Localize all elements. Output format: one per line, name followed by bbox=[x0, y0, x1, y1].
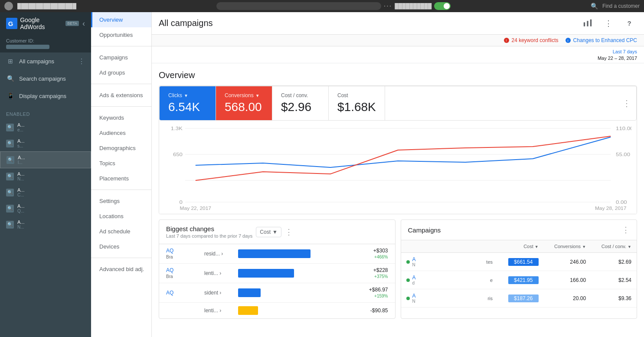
list-item[interactable]: 🔍 A... e... bbox=[0, 119, 91, 135]
campaign-sub: N... bbox=[17, 177, 85, 181]
list-item[interactable]: 🔍 A... Q... bbox=[0, 200, 91, 216]
chart-view-btn[interactable] bbox=[580, 16, 595, 31]
biggest-changes-header: Biggest changes Last 7 days compared to … bbox=[159, 220, 395, 244]
camp-label-cell: e bbox=[479, 271, 498, 289]
date-range-bar: Last 7 days May 22 – 28, 2017 bbox=[152, 46, 644, 63]
nav-item-audiences[interactable]: Audiences bbox=[91, 125, 151, 141]
campaign-icon: 🔍 bbox=[6, 221, 14, 229]
enhanced-cpc-notif[interactable]: i Changes to Enhanced CPC bbox=[566, 37, 637, 43]
nav-item-ad-schedule[interactable]: Ad schedule bbox=[91, 224, 151, 239]
change-name[interactable]: AQBra bbox=[166, 267, 201, 279]
campaign-sub: s... bbox=[17, 144, 85, 148]
os-toggle[interactable] bbox=[434, 2, 451, 10]
nav-item-advanced-bid[interactable]: Advanced bid adj. bbox=[91, 262, 151, 277]
nav-item-topics[interactable]: Topics bbox=[91, 156, 151, 171]
enabled-section-label: Enabled bbox=[0, 105, 91, 119]
stat-card-clicks[interactable]: Clicks ▼ 6.54K bbox=[160, 86, 216, 120]
adwords-logo-icon: G bbox=[6, 17, 17, 29]
stats-more-btn[interactable]: ⋮ bbox=[617, 86, 636, 120]
conversions-dropdown-icon[interactable]: ▼ bbox=[255, 93, 260, 98]
campaign-text: A... C... bbox=[17, 187, 85, 197]
camp-link[interactable]: A bbox=[412, 293, 416, 299]
help-btn[interactable]: ? bbox=[621, 16, 637, 31]
cost-conv-label: Cost / conv. bbox=[281, 92, 320, 98]
all-campaigns-more[interactable]: ⋮ bbox=[78, 57, 85, 65]
overview-title: Overview bbox=[159, 70, 637, 80]
search-icon[interactable]: 🔍 bbox=[591, 3, 598, 10]
campaign-list: 🔍 A... e... 🔍 A... s... 🔍 bbox=[0, 119, 91, 232]
keyword-conflicts-notif[interactable]: ! 24 keyword conflicts bbox=[504, 37, 559, 43]
list-item[interactable]: 🔍 A... N... bbox=[0, 168, 91, 184]
svg-text:55.00: 55.00 bbox=[616, 152, 630, 157]
more-options-btn[interactable]: ⋮ bbox=[601, 16, 616, 31]
sidebar-item-display-campaigns[interactable]: 📱 Display campaigns bbox=[0, 87, 91, 105]
nav-item-keywords[interactable]: Keywords bbox=[91, 110, 151, 125]
col-header-cost-conv[interactable]: Cost / conv. ▼ bbox=[591, 240, 637, 253]
cost-value: $1.68K bbox=[337, 100, 376, 114]
top-bar-actions: ⋮ ? bbox=[580, 16, 637, 31]
change-bar-container bbox=[238, 249, 350, 258]
all-campaigns-icon: ⊞ bbox=[6, 57, 15, 65]
list-item[interactable]: 🔍 A... N... bbox=[0, 216, 91, 232]
list-item[interactable]: 🔍 A... l... bbox=[0, 151, 91, 168]
nav-item-devices[interactable]: Devices bbox=[91, 239, 151, 254]
biggest-changes-more-btn[interactable]: ⋮ bbox=[285, 227, 293, 237]
adwords-logo: G Google AdWords BETA bbox=[6, 16, 79, 30]
stat-card-conversions[interactable]: Conversions ▼ 568.00 bbox=[216, 86, 272, 120]
page-title: All campaigns bbox=[159, 18, 575, 28]
nav-item-ad-groups[interactable]: Ad groups bbox=[91, 65, 151, 80]
nav-item-opportunities[interactable]: Opportunities bbox=[91, 27, 151, 43]
nav-item-locations[interactable]: Locations bbox=[91, 209, 151, 224]
changes-table: AQBra resid... › +$303+466% AQBra lenti bbox=[159, 244, 395, 318]
nav-item-campaigns[interactable]: Campaigns bbox=[91, 50, 151, 65]
os-bar-account: ████████████████ bbox=[17, 3, 76, 9]
camp-name-cell: A N bbox=[401, 253, 479, 271]
os-url-bar[interactable] bbox=[216, 2, 381, 10]
nav-divider-2 bbox=[91, 84, 151, 84]
os-bar-dots[interactable]: ··· bbox=[384, 2, 392, 10]
nav-item-settings[interactable]: Settings bbox=[91, 193, 151, 209]
nav-item-ads-extensions[interactable]: Ads & extensions bbox=[91, 88, 151, 103]
stat-card-cost-conv[interactable]: Cost / conv. $2.96 bbox=[272, 86, 329, 120]
campaign-sub: l... bbox=[18, 160, 85, 165]
col-header-conversions[interactable]: Conversions ▼ bbox=[544, 240, 591, 253]
stat-card-cost[interactable]: Cost $1.68K bbox=[329, 86, 385, 120]
nav-divider-4 bbox=[91, 190, 151, 190]
nav-item-placements[interactable]: Placements bbox=[91, 171, 151, 186]
list-item[interactable]: 🔍 A... C... bbox=[0, 184, 91, 200]
change-name[interactable]: AQ bbox=[166, 290, 201, 296]
campaign-sub: e... bbox=[17, 128, 85, 132]
campaign-text: A... Q... bbox=[17, 203, 85, 213]
camp-link[interactable]: A bbox=[412, 275, 416, 281]
sidebar-item-search-campaigns[interactable]: 🔍 Search campaigns bbox=[0, 70, 91, 87]
table-row: A N ris $187.26 20.00 $9.36 bbox=[401, 289, 637, 308]
sidebar-collapse-btn[interactable]: ‹ bbox=[82, 19, 85, 28]
clicks-dropdown-icon[interactable]: ▼ bbox=[184, 93, 188, 98]
cost-label: Cost bbox=[337, 92, 376, 98]
change-name[interactable]: AQBra bbox=[166, 248, 201, 260]
date-range-label[interactable]: Last 7 days bbox=[613, 49, 637, 54]
col-header-cost[interactable]: Cost ▼ bbox=[498, 240, 544, 253]
svg-text:1.3K: 1.3K bbox=[171, 126, 183, 131]
campaigns-more-btn[interactable]: ⋮ bbox=[622, 225, 630, 235]
campaign-icon: 🔍 bbox=[7, 156, 14, 164]
change-label: lenti... › bbox=[204, 270, 235, 276]
camp-sub: N bbox=[412, 299, 416, 304]
customer-id-area: Customer ID: bbox=[0, 35, 91, 52]
campaign-name: A... bbox=[17, 171, 85, 177]
os-bar-left: ████████████████ bbox=[4, 2, 76, 10]
camp-label-cell: ris bbox=[479, 289, 498, 308]
cost-filter-btn[interactable]: Cost ▼ bbox=[256, 227, 281, 237]
os-avatar[interactable] bbox=[4, 2, 13, 10]
col-header-name bbox=[401, 240, 479, 253]
conv-cell: 20.00 bbox=[544, 289, 591, 308]
logo-text: Google AdWords bbox=[20, 16, 63, 30]
nav-item-demographics[interactable]: Demographics bbox=[91, 141, 151, 156]
campaign-name: A... bbox=[17, 187, 85, 193]
list-item[interactable]: 🔍 A... s... bbox=[0, 135, 91, 151]
stats-chart-container: Clicks ▼ 6.54K Conversions ▼ 568.00 Cos bbox=[159, 85, 637, 214]
main-content: All campaigns ⋮ ? ! 24 keyword conflic bbox=[152, 12, 644, 337]
nav-item-overview[interactable]: Overview bbox=[91, 12, 151, 27]
camp-link[interactable]: A bbox=[412, 256, 416, 262]
sidebar-item-all-campaigns[interactable]: ⊞ All campaigns ⋮ bbox=[0, 52, 91, 70]
